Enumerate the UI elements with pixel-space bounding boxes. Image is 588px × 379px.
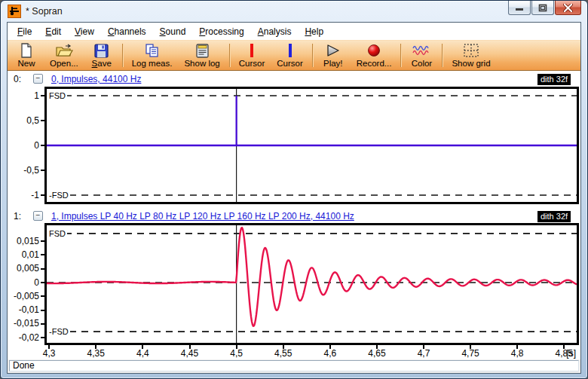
y-tick-label: 0,5	[9, 115, 39, 126]
window-title: * Sopran	[26, 6, 63, 17]
y-tick-label: -1	[9, 190, 39, 200]
menu-item-analysis[interactable]: Analysis	[251, 24, 299, 39]
sopran-app-icon	[8, 5, 21, 18]
title-bar[interactable]: * Sopran	[1, 1, 587, 22]
channel-0-plot[interactable]: FSD -FSD	[44, 87, 579, 204]
toolbar-button-label: Cursor	[277, 59, 303, 68]
toolbar-button-label: Save	[92, 59, 112, 68]
toolbar-button-label: Play!	[323, 59, 343, 68]
color-waves-icon	[412, 43, 431, 58]
channel-0-title-link[interactable]: 0, Impulses, 44100 Hz	[51, 74, 141, 84]
show-grid-button[interactable]: Show grid	[446, 41, 496, 69]
record-button[interactable]: Record...	[351, 41, 398, 69]
x-tick-label: 4,8	[501, 348, 534, 359]
x-tick-label: 4,65	[360, 348, 394, 359]
y-tick-label: -0,005	[9, 291, 39, 301]
channel-0-dither-badge: dith 32f	[537, 74, 571, 85]
new-button[interactable]: New	[9, 41, 44, 69]
toolbar-separator	[312, 44, 313, 67]
y-tick-label: 0,005	[9, 263, 39, 274]
channel-0-collapse-button[interactable]: −	[33, 74, 43, 84]
blue-cursor-icon	[287, 43, 293, 58]
status-bar: Done	[8, 359, 580, 373]
show-log-button[interactable]: Show log	[178, 41, 225, 69]
y-tick-label: 0	[9, 277, 39, 288]
y-tick-mark	[41, 240, 44, 242]
channel-0-index: 0:	[14, 74, 21, 84]
y-tick-mark	[41, 254, 44, 255]
waveform-workspace: 0: − 0, Impulses, 44100 Hz dith 32f FSD …	[8, 72, 580, 359]
client-area: FileEditViewChannelsSoundProcessingAnaly…	[7, 22, 581, 374]
play-button[interactable]: Play!	[316, 41, 351, 69]
open-button[interactable]: Open...	[44, 41, 84, 69]
close-button[interactable]	[555, 1, 581, 15]
color-button[interactable]: Color	[404, 41, 439, 69]
y-tick-mark	[41, 310, 44, 311]
cursor-button[interactable]: Cursor	[233, 41, 271, 69]
y-tick-mark	[41, 323, 44, 325]
log-meas-button[interactable]: Log meas.	[126, 41, 179, 69]
x-tick-label: 4,4	[126, 348, 159, 359]
restore-icon	[538, 4, 547, 12]
menu-item-channels[interactable]: Channels	[101, 24, 153, 39]
channel-0-header: 0: − 0, Impulses, 44100 Hz dith 32f	[8, 74, 580, 86]
toolbar-button-label: Show log	[184, 59, 219, 68]
channel-1-header: 1: − 1, Impulses LP 40 Hz LP 80 Hz LP 12…	[8, 211, 580, 223]
y-tick-mark	[41, 170, 44, 171]
clipboard-icon	[195, 43, 210, 58]
menu-item-file[interactable]: File	[11, 24, 38, 39]
y-tick-label: -0,01	[9, 304, 39, 315]
channel-1-plot[interactable]: FSD -FSD	[44, 223, 579, 345]
toolbar-button-label: Log meas.	[132, 59, 173, 68]
status-text: Done	[9, 360, 579, 371]
toolbar-separator	[229, 44, 230, 67]
minimize-icon	[515, 4, 524, 11]
y-tick-label: 0,01	[9, 249, 39, 260]
menu-item-view[interactable]: View	[68, 24, 101, 39]
channel-1-title-link[interactable]: 1, Impulses LP 40 Hz LP 80 Hz LP 120 Hz …	[51, 211, 354, 222]
menu-item-processing[interactable]: Processing	[192, 24, 250, 39]
channel-1-index: 1:	[14, 211, 21, 222]
y-tick-mark	[41, 337, 44, 338]
channel-1-dither-badge: dith 32f	[537, 211, 571, 222]
x-tick-label: 4,6	[314, 348, 347, 359]
channel-1-collapse-button[interactable]: −	[33, 211, 43, 221]
channel-1-negfsd-label: -FSD	[49, 327, 70, 336]
menu-item-help[interactable]: Help	[298, 24, 330, 39]
menu-bar: FileEditViewChannelsSoundProcessingAnaly…	[8, 23, 580, 40]
toolbar-button-label: Cursor	[239, 59, 265, 68]
y-tick-label: 1	[9, 90, 39, 101]
menu-item-sound[interactable]: Sound	[153, 24, 193, 39]
y-tick-label: 0	[9, 140, 39, 151]
toolbar-separator	[442, 44, 443, 67]
toolbar-button-label: Show grid	[452, 59, 490, 68]
record-icon	[366, 43, 381, 58]
channel-1-fsd-label: FSD	[49, 229, 67, 238]
app-window: * Sopran FileEditViewChannelsSoundProces…	[0, 0, 588, 379]
toolbar-separator	[122, 44, 123, 67]
y-tick-label: -0,015	[9, 318, 39, 329]
y-tick-mark	[41, 145, 44, 146]
y-tick-label: -0,5	[9, 165, 39, 176]
y-tick-mark	[41, 120, 44, 121]
maximize-button[interactable]	[531, 1, 554, 15]
toolbar: NewOpen...SaveLog meas.Show logCursorCur…	[8, 40, 580, 71]
minimize-button[interactable]	[508, 1, 531, 15]
toolbar-button-label: Open...	[50, 59, 78, 68]
y-tick-mark	[41, 95, 44, 96]
y-tick-mark	[41, 282, 44, 283]
y-tick-label: 0,015	[9, 236, 39, 246]
open-folder-icon	[55, 43, 73, 58]
y-tick-label: -0,02	[9, 332, 39, 343]
x-tick-label: 4,55	[267, 348, 300, 359]
toolbar-separator	[400, 44, 401, 67]
y-tick-mark	[41, 268, 44, 270]
x-tick-label: 4,7	[407, 348, 440, 359]
x-tick-label: 4,3	[32, 348, 66, 359]
cursor-button[interactable]: Cursor	[271, 41, 309, 69]
menu-item-edit[interactable]: Edit	[38, 24, 68, 39]
play-icon	[326, 43, 341, 58]
new-document-icon	[20, 43, 33, 58]
copy-pages-icon	[145, 43, 160, 58]
save-button[interactable]: Save	[84, 41, 119, 69]
